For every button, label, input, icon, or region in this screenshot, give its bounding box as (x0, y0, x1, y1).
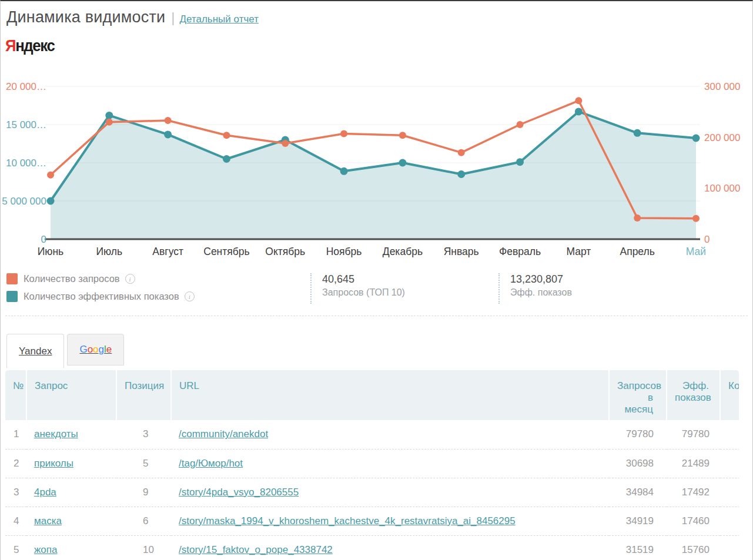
legend-swatch (6, 291, 18, 302)
cell-num: 3 (5, 478, 26, 507)
legend-stats-row: Количество запросовiКоличество эффективн… (6, 273, 752, 308)
impressions-point[interactable] (399, 159, 406, 167)
cell-impressions: 15760 (667, 535, 720, 560)
right-axis-tick: 0 (704, 234, 710, 245)
queries-point[interactable] (223, 132, 230, 139)
cell-impressions: 17492 (667, 478, 720, 507)
month-label[interactable]: Март (566, 246, 591, 257)
column-header-position: Позиция (116, 370, 171, 420)
left-axis-tick: 10 000… (6, 157, 46, 169)
detailed-report-link[interactable]: Детальный отчет (180, 14, 259, 25)
queries-point[interactable] (340, 130, 347, 138)
tab-google[interactable]: Google (67, 334, 124, 365)
impressions-point[interactable] (164, 130, 172, 138)
url-link[interactable]: /story/4pda_vsyo_8206555 (179, 487, 299, 498)
queries-point[interactable] (47, 172, 54, 179)
month-label[interactable]: Январь (444, 246, 479, 257)
url-link[interactable]: /story/maska_1994_v_khoroshem_kachestve_… (179, 515, 516, 527)
column-header-query: Запрос (26, 370, 116, 420)
cell-impressions: 17460 (667, 507, 720, 535)
query-link[interactable]: жопа (34, 544, 58, 555)
impressions-point[interactable] (516, 158, 524, 166)
cell-num: 1 (5, 420, 26, 449)
chart-section: 20 000…15 000…10 000…5 000 0000300 00020… (1, 1, 752, 263)
queries-point[interactable] (106, 119, 113, 126)
month-label[interactable]: Август (152, 246, 183, 257)
legend-swatch (6, 273, 18, 284)
month-label[interactable]: Июль (96, 246, 122, 257)
cell-position: 6 (116, 507, 171, 535)
tab-yandex[interactable]: Yandex (6, 334, 64, 368)
url-link[interactable]: /story/15_faktov_o_pope_4338742 (179, 544, 333, 555)
impressions-point[interactable] (340, 167, 348, 175)
yandex-logo: Яндекс (5, 36, 54, 55)
cell-extra (720, 478, 739, 507)
query-link[interactable]: 4pda (34, 487, 56, 498)
month-label[interactable]: Февраль (499, 246, 541, 257)
visibility-chart: 20 000…15 000…10 000…5 000 0000300 00020… (1, 1, 753, 263)
query-link[interactable]: маска (34, 515, 62, 527)
stat-label: Запросов (ТОП 10) (322, 287, 498, 298)
cell-query: анекдоты (26, 420, 116, 449)
query-link[interactable]: анекдоты (34, 428, 78, 440)
cell-extra (720, 535, 739, 560)
queries-point[interactable] (692, 215, 700, 222)
impressions-point[interactable] (575, 108, 583, 115)
page: { "header": { "title": "Динамика видимос… (0, 0, 753, 560)
month-label[interactable]: Декабрь (383, 246, 423, 257)
page-header: Динамика видимости|Детальный отчет (6, 8, 259, 26)
queries-point[interactable] (165, 117, 172, 124)
impressions-point[interactable] (47, 197, 55, 205)
info-icon[interactable]: i (185, 291, 195, 301)
table-row: 34pda9/story/4pda_vsyo_82065553498417492 (5, 478, 739, 507)
impressions-area (51, 112, 696, 239)
impressions-point[interactable] (457, 170, 465, 178)
queries-point[interactable] (575, 97, 582, 104)
queries-point[interactable] (458, 149, 465, 156)
table-row: 4маска6/story/maska_1994_v_khoroshem_kac… (5, 507, 739, 535)
month-label[interactable]: Июнь (38, 246, 64, 257)
stat-label: Эфф. показов (510, 287, 687, 298)
legend-item: Количество запросовi (6, 273, 310, 284)
queries-point[interactable] (399, 132, 406, 139)
cell-impressions: 79780 (667, 420, 720, 449)
column-header-extra: Ко (720, 370, 739, 420)
month-label[interactable]: Сентябрь (203, 246, 249, 257)
cell-query: жопа (26, 535, 116, 560)
chart-legend: Количество запросовiКоличество эффективн… (6, 273, 310, 308)
cell-num: 2 (5, 449, 26, 478)
cell-query: маска (26, 507, 116, 535)
month-label[interactable]: Ноябрь (326, 246, 362, 257)
queries-point[interactable] (282, 140, 289, 147)
month-label[interactable]: Май (686, 246, 706, 257)
query-link[interactable]: приколы (34, 458, 73, 469)
impressions-point[interactable] (692, 134, 700, 142)
queries-point[interactable] (517, 121, 524, 128)
cell-monthly: 31519 (609, 535, 667, 560)
column-header-url: URL (171, 370, 609, 420)
cell-impressions: 21489 (667, 449, 720, 478)
impressions-point[interactable] (223, 155, 230, 163)
column-header-impressions: Эфф. показов (667, 370, 720, 420)
cell-extra (720, 449, 739, 478)
cell-query: 4pda (26, 478, 116, 507)
month-label[interactable]: Апрель (620, 246, 654, 257)
queries-point[interactable] (634, 214, 641, 222)
column-header-monthly: Запросов в месяц (609, 370, 667, 420)
cell-position: 3 (116, 420, 171, 449)
cell-extra (720, 420, 739, 449)
impressions-point[interactable] (634, 129, 641, 137)
impressions-point[interactable] (105, 112, 113, 119)
right-axis-tick: 200 000 (704, 132, 740, 143)
info-icon[interactable]: i (125, 274, 135, 284)
url-link[interactable]: /community/anekdot (179, 428, 268, 440)
url-link[interactable]: /tag/Юмор/hot (179, 458, 243, 469)
tab-label: Google (79, 344, 112, 356)
month-label[interactable]: Октябрь (265, 246, 305, 257)
cell-monthly: 34919 (609, 507, 667, 535)
table-row: 1анекдоты3/community/anekdot7978079780 (5, 420, 739, 449)
stat-block: 40,645Запросов (ТОП 10) (310, 273, 498, 304)
title-separator: | (171, 9, 175, 25)
cell-url: /story/4pda_vsyo_8206555 (171, 478, 609, 507)
left-axis-tick: 5 000 000 (2, 196, 46, 207)
